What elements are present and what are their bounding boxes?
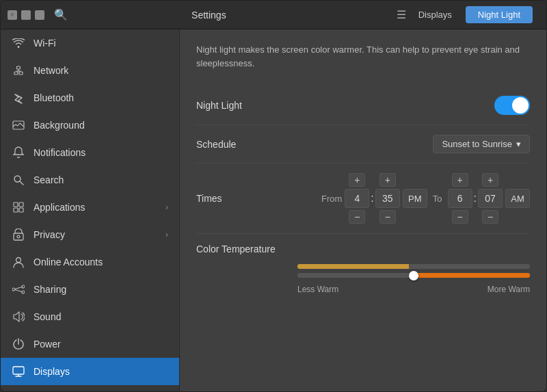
sidebar-item-network[interactable]: Network — [1, 57, 179, 84]
more-warm-label: More Warm — [488, 285, 530, 294]
to-min-group: + 07 − — [478, 173, 503, 224]
to-hour-group: + 6 − — [448, 173, 472, 224]
dropdown-arrow-icon: ▾ — [516, 139, 521, 149]
tab-bar: Displays Night Light — [406, 6, 533, 23]
background-icon — [12, 118, 25, 132]
sound-icon — [12, 310, 25, 324]
sidebar-label-sound: Sound — [34, 311, 168, 322]
sidebar-label-applications: Applications — [34, 202, 157, 213]
sidebar-item-background[interactable]: Background — [1, 112, 179, 139]
from-ampm[interactable]: PM — [403, 189, 427, 208]
from-min-group: + 35 − — [375, 173, 400, 224]
applications-icon — [12, 200, 25, 214]
sidebar-item-wifi[interactable]: Wi-Fi — [1, 29, 179, 57]
colon-2: : — [472, 192, 478, 205]
sidebar-label-search: Search — [34, 174, 168, 185]
sidebar-label-wifi: Wi-Fi — [34, 38, 168, 49]
color-temp-label: Color Temperature — [196, 244, 306, 254]
sidebar-item-power[interactable]: Power — [1, 330, 179, 358]
from-hour-group: + 4 − — [345, 173, 369, 224]
color-temp-slider-section: Less Warm More Warm — [196, 264, 530, 294]
minimize-button[interactable] — [21, 10, 31, 20]
svg-line-18 — [15, 287, 22, 289]
sidebar-label-notifications: Notifications — [34, 147, 168, 158]
from-hour-plus-button[interactable]: + — [349, 173, 365, 187]
titlebar: × 🔍 Settings ☰ Displays Night Light — [1, 1, 546, 29]
svg-point-13 — [17, 235, 20, 238]
slider-labels: Less Warm More Warm — [297, 285, 530, 294]
svg-point-14 — [16, 258, 21, 263]
privacy-chevron-icon: › — [165, 230, 168, 239]
svg-line-7 — [20, 181, 23, 185]
sidebar-item-online-accounts[interactable]: Online Accounts — [1, 248, 179, 276]
from-hour-value: 4 — [345, 189, 369, 208]
to-hour-value: 6 — [448, 189, 472, 208]
sidebar-label-power: Power — [34, 339, 168, 350]
sidebar-item-privacy[interactable]: Privacy › — [1, 221, 179, 248]
main-content: Wi-Fi Network — [1, 29, 546, 391]
close-button[interactable]: × — [8, 10, 17, 20]
maximize-button[interactable] — [35, 10, 44, 20]
sidebar-item-sharing[interactable]: Sharing — [1, 276, 179, 303]
to-min-minus-button[interactable]: − — [482, 210, 498, 224]
sharing-icon — [12, 283, 25, 296]
window-controls: × — [8, 10, 44, 20]
sidebar-label-sharing: Sharing — [34, 284, 168, 295]
svg-rect-8 — [14, 202, 18, 207]
to-min-plus-button[interactable]: + — [482, 173, 498, 187]
schedule-value: Sunset to Sunrise — [442, 139, 512, 149]
sidebar-label-network: Network — [34, 65, 168, 76]
to-ampm[interactable]: AM — [505, 189, 530, 208]
sidebar-item-bluetooth[interactable]: Bluetooth — [1, 84, 179, 112]
sidebar-label-background: Background — [34, 120, 168, 131]
power-icon — [12, 337, 25, 351]
night-light-toggle[interactable] — [494, 96, 530, 115]
displays-icon — [12, 365, 25, 378]
sidebar-item-mouse-touchpad[interactable]: Mouse & Touchpad — [1, 385, 179, 391]
schedule-dropdown[interactable]: Sunset to Sunrise ▾ — [433, 135, 530, 153]
svg-rect-1 — [19, 72, 23, 75]
sidebar-label-online-accounts: Online Accounts — [34, 257, 168, 267]
slider-track-warm — [297, 264, 530, 269]
svg-line-19 — [15, 290, 22, 292]
to-min-value: 07 — [478, 189, 503, 208]
window-title: Settings — [68, 10, 350, 21]
from-min-plus-button[interactable]: + — [379, 173, 396, 187]
tab-night-light[interactable]: Night Light — [466, 6, 533, 23]
svg-point-15 — [12, 288, 15, 291]
times-from-label: From — [321, 194, 342, 204]
sidebar-item-displays[interactable]: Displays — [1, 358, 179, 385]
sidebar-item-sound[interactable]: Sound — [1, 303, 179, 330]
network-icon — [12, 64, 25, 77]
search-button[interactable]: 🔍 — [54, 8, 68, 21]
sidebar-label-bluetooth: Bluetooth — [34, 92, 168, 103]
colon-1: : — [369, 192, 375, 205]
svg-rect-10 — [14, 208, 18, 212]
sidebar-item-search[interactable]: Search — [1, 166, 179, 194]
from-min-minus-button[interactable]: − — [379, 210, 396, 224]
sidebar: Wi-Fi Network — [1, 29, 180, 391]
to-hour-minus-button[interactable]: − — [452, 210, 468, 224]
slider-track-orange[interactable] — [297, 273, 530, 278]
notifications-icon — [12, 146, 25, 159]
svg-rect-11 — [19, 208, 23, 212]
description-text: Night light makes the screen color warme… — [196, 43, 530, 70]
night-light-label: Night Light — [196, 100, 306, 111]
sidebar-item-applications[interactable]: Applications › — [1, 194, 179, 221]
sidebar-item-notifications[interactable]: Notifications — [1, 139, 179, 166]
to-hour-plus-button[interactable]: + — [452, 173, 468, 187]
from-min-value: 35 — [375, 189, 400, 208]
schedule-row: Schedule Sunset to Sunrise ▾ — [196, 125, 530, 164]
search-sidebar-icon — [12, 173, 25, 187]
from-hour-minus-button[interactable]: − — [349, 210, 365, 224]
content-panel: Night light makes the screen color warme… — [180, 29, 546, 391]
slider-thumb[interactable] — [409, 271, 418, 280]
tab-displays[interactable]: Displays — [406, 6, 464, 23]
svg-point-16 — [22, 285, 25, 288]
dual-slider-container: Less Warm More Warm — [297, 264, 530, 294]
color-temp-row: Color Temperature Less Warm More Wa — [196, 234, 530, 304]
svg-rect-0 — [14, 72, 18, 75]
svg-rect-21 — [13, 367, 24, 374]
svg-rect-12 — [14, 233, 23, 240]
menu-button[interactable]: ☰ — [397, 8, 406, 21]
